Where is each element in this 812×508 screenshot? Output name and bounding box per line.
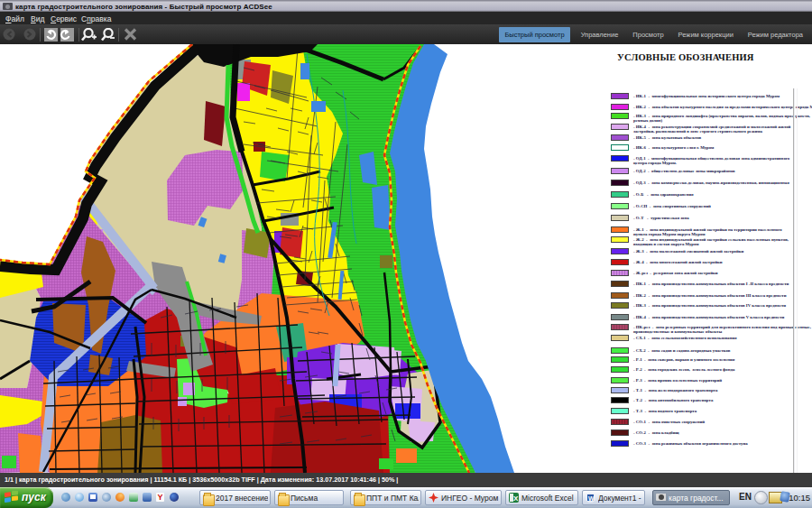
svg-text:X: X bbox=[513, 494, 519, 503]
svg-text:W: W bbox=[588, 495, 595, 502]
